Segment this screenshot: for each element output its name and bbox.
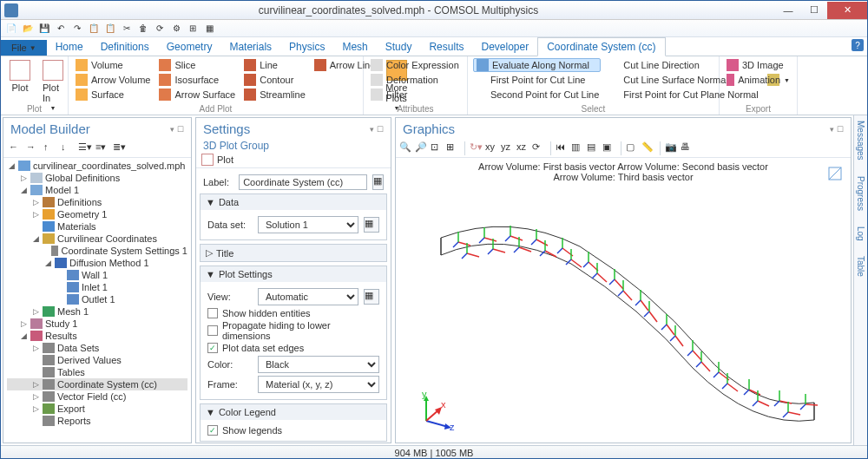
frame-select[interactable]: Material (x, y, z) <box>258 376 379 393</box>
isosurface-button[interactable]: Isosurface <box>157 73 237 87</box>
tb-collapse-icon[interactable]: ≡▾ <box>95 141 109 155</box>
svg-line-5 <box>479 238 484 243</box>
sidetab-log[interactable]: Log <box>856 226 865 241</box>
tb-back-icon[interactable]: ← <box>9 141 23 155</box>
second-point-cut-line-button[interactable]: Second Point for Cut Line <box>473 88 601 102</box>
tb-expand-icon[interactable]: ☰▾ <box>78 141 92 155</box>
sidetab-progress[interactable]: Progress <box>856 176 865 211</box>
redo-icon[interactable]: ↷ <box>70 22 84 36</box>
animation-button[interactable]: Animation▼ <box>725 73 792 87</box>
help-button[interactable]: ? <box>852 39 864 51</box>
settings3-icon[interactable]: ▦ <box>202 22 216 36</box>
plot-icon[interactable] <box>201 154 214 166</box>
view-select[interactable]: Automatic <box>258 288 358 305</box>
camera-icon[interactable]: 📷 <box>665 141 679 155</box>
evaluate-along-normal-button[interactable]: Evaluate Along Normal <box>473 58 601 72</box>
first-icon[interactable]: ⏮ <box>556 141 569 155</box>
tb-up-icon[interactable]: ↑ <box>43 141 57 155</box>
orientation-gizmo[interactable] <box>826 165 844 182</box>
zoom-extents-icon[interactable]: ⊞ <box>446 141 460 155</box>
layout3-icon[interactable]: ▣ <box>602 141 616 155</box>
close-button[interactable]: ✕ <box>827 2 867 19</box>
settings2-icon[interactable]: ⊞ <box>186 22 200 36</box>
arrow-volume-button[interactable]: Arrow Volume <box>74 73 152 87</box>
measure-icon[interactable]: 📏 <box>641 141 655 155</box>
section-plotsettings-header[interactable]: ▼Plot Settings <box>201 266 386 282</box>
file-tab[interactable]: File▼ <box>1 40 47 56</box>
refresh-icon[interactable]: ⟳ <box>153 22 167 36</box>
svg-line-17 <box>583 262 589 267</box>
propagate-hiding-checkbox[interactable]: Propagate hiding to lower dimensions <box>207 320 379 341</box>
select-icon[interactable]: ▢ <box>626 141 640 155</box>
label-extra-button[interactable]: ▦ <box>372 174 384 190</box>
label-input[interactable] <box>239 174 367 190</box>
print-icon[interactable]: 🖶 <box>681 141 694 155</box>
open-icon[interactable]: 📂 <box>21 22 35 36</box>
view-xz-icon[interactable]: xz <box>516 141 530 155</box>
dataset-extra-button[interactable]: ▦ <box>364 217 379 233</box>
arrow-surface-button[interactable]: Arrow Surface <box>157 88 237 102</box>
show-hidden-checkbox[interactable]: Show hidden entities <box>207 308 379 318</box>
panel-menu-icon[interactable]: ▾ ☐ <box>830 125 844 134</box>
tab-study[interactable]: Study <box>377 38 421 56</box>
section-colorlegend-header[interactable]: ▼Color Legend <box>201 404 386 420</box>
section-title-header[interactable]: ▷Title <box>201 245 386 261</box>
maximize-button[interactable]: ☐ <box>801 2 827 19</box>
line-button[interactable]: Line <box>242 58 307 72</box>
tab-developer[interactable]: Developer <box>472 38 537 56</box>
contour-button[interactable]: Contour <box>242 73 307 87</box>
sidetab-table[interactable]: Table <box>856 256 865 277</box>
copy-icon[interactable]: 📋 <box>87 22 101 36</box>
new-icon[interactable]: 📄 <box>4 22 18 36</box>
tab-results[interactable]: Results <box>420 38 472 56</box>
streamline-button[interactable]: Streamline <box>242 88 307 102</box>
plot-edges-checkbox[interactable]: ✓Plot data set edges <box>207 343 379 353</box>
tree-selected-item[interactable]: ▷Coordinate System (cc) <box>7 378 187 390</box>
save-icon[interactable]: 💾 <box>37 22 51 36</box>
second-point-icon <box>475 89 487 101</box>
view-xy-icon[interactable]: xy <box>485 141 499 155</box>
panel-menu-icon[interactable]: ▾ ☐ <box>370 125 384 134</box>
paste-icon[interactable]: 📋 <box>103 22 117 36</box>
show-legends-checkbox[interactable]: ✓Show legends <box>207 425 379 436</box>
first-point-cut-line-button[interactable]: First Point for Cut Line <box>473 73 601 87</box>
tab-geometry[interactable]: Geometry <box>158 38 221 56</box>
tab-definitions[interactable]: Definitions <box>92 38 158 56</box>
model-tree[interactable]: ◢curvilinear_coordinates_solved.mph ▷Glo… <box>3 158 191 443</box>
undo-icon[interactable]: ↶ <box>54 22 68 36</box>
delete-icon[interactable]: 🗑 <box>136 22 150 36</box>
layout2-icon[interactable]: ▤ <box>587 141 601 155</box>
plot-action[interactable]: Plot <box>217 154 233 165</box>
image-3d-button[interactable]: 3D Image <box>725 58 792 72</box>
tab-coordinate-system[interactable]: Coordinate System (cc) <box>537 37 665 56</box>
dataset-select[interactable]: Solution 1 <box>258 216 358 233</box>
zoom-in-icon[interactable]: 🔍 <box>399 141 413 155</box>
zoom-box-icon[interactable]: ⊡ <box>431 141 444 155</box>
tab-physics[interactable]: Physics <box>280 38 333 56</box>
tb-fwd-icon[interactable]: → <box>26 141 40 155</box>
cut-surface-icon <box>608 74 620 86</box>
layout1-icon[interactable]: ▥ <box>571 141 585 155</box>
svg-line-78 <box>788 412 800 415</box>
tab-materials[interactable]: Materials <box>220 38 280 56</box>
color-select[interactable]: Black <box>258 356 379 373</box>
section-data-header[interactable]: ▼Data <box>201 194 386 210</box>
cut-icon[interactable]: ✂ <box>120 22 134 36</box>
tb-down-icon[interactable]: ↓ <box>61 141 75 155</box>
orbit-icon[interactable]: ⟳ <box>532 141 546 155</box>
zoom-out-icon[interactable]: 🔎 <box>415 141 429 155</box>
view-extra-button[interactable]: ▦ <box>364 289 379 305</box>
minimize-button[interactable]: — <box>775 2 801 19</box>
tab-mesh[interactable]: Mesh <box>333 38 376 56</box>
volume-button[interactable]: Volume <box>74 58 152 72</box>
graphics-canvas[interactable]: Arrow Volume: First basis vector Arrow V… <box>396 158 851 443</box>
rotate-icon[interactable]: ↻▾ <box>470 141 483 155</box>
surface-button[interactable]: Surface <box>74 88 152 102</box>
panel-menu-icon[interactable]: ▾ ☐ <box>170 125 184 134</box>
sidetab-messages[interactable]: Messages <box>856 121 865 161</box>
tab-home[interactable]: Home <box>47 38 92 56</box>
view-yz-icon[interactable]: yz <box>501 141 515 155</box>
tb-list-icon[interactable]: ≣▾ <box>113 141 127 155</box>
slice-button[interactable]: Slice <box>157 58 237 72</box>
settings1-icon[interactable]: ⚙ <box>169 22 183 36</box>
